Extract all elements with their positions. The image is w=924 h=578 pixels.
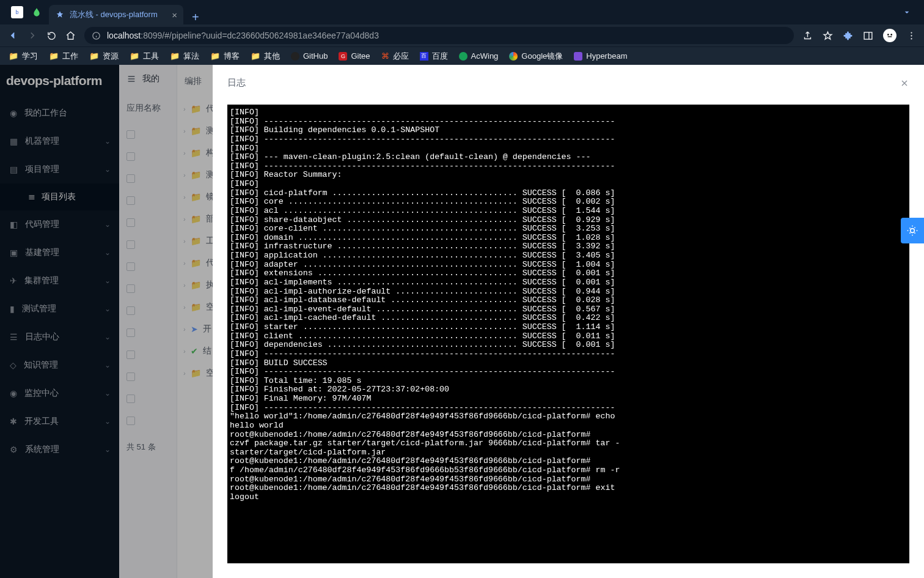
app-favicon: b [11, 6, 23, 18]
bookmark-link[interactable]: 百百度 [420, 51, 448, 62]
bookmark-link[interactable]: Google镜像 [509, 51, 563, 62]
bookmark-folder[interactable]: 📁算法 [170, 51, 199, 62]
settings-float-button[interactable] [901, 218, 924, 243]
new-tab-button[interactable]: + [183, 10, 208, 24]
bookmark-link[interactable]: GitHub [291, 51, 328, 61]
svg-point-6 [911, 35, 912, 36]
rocket-icon [55, 10, 65, 20]
home-button[interactable] [65, 31, 76, 41]
log-modal: 日志 [INFO] [INFO] -----------------------… [213, 65, 924, 578]
bookmark-folder[interactable]: 📁工具 [130, 51, 159, 62]
bookmarks-bar: 📁学习 📁工作 📁资源 📁工具 📁算法 📁博客 📁其他 GitHub GGite… [0, 46, 924, 65]
browser-tab[interactable]: 流水线 - devops-platform × [49, 5, 183, 24]
reload-button[interactable] [46, 31, 57, 41]
close-icon[interactable]: × [172, 10, 177, 20]
browser-titlebar: b 流水线 - devops-platform × + [0, 0, 924, 24]
svg-point-3 [887, 34, 889, 35]
tab-title: 流水线 - devops-platform [70, 9, 167, 20]
app-shell: devops-platform ◉ 我的工作台 ▦ 机器管理 ⌄▤ 项目管理 ⌄… [0, 65, 924, 578]
bookmark-icon[interactable] [823, 31, 833, 41]
share-icon[interactable] [802, 31, 813, 41]
log-terminal[interactable]: [INFO] [INFO] --------------------------… [227, 105, 909, 563]
url-path: /#/pipeline?uuid=dc23660d50624981ae346ee… [162, 31, 379, 40]
site-info-icon[interactable] [92, 31, 101, 40]
forward-button[interactable] [27, 30, 38, 41]
bookmark-folder[interactable]: 📁资源 [89, 51, 119, 62]
bookmark-folder[interactable]: 📁博客 [210, 51, 240, 62]
window-favicon [32, 7, 42, 17]
url-host: localhost [107, 31, 141, 40]
profile-avatar[interactable] [883, 29, 897, 42]
svg-point-4 [890, 34, 892, 35]
bookmark-link[interactable]: GGitee [339, 51, 370, 61]
extensions-icon[interactable] [843, 31, 853, 41]
close-button[interactable] [900, 78, 909, 88]
bookmark-folder[interactable]: 📁其他 [251, 51, 280, 62]
tabs-overflow-icon[interactable] [902, 7, 912, 17]
bookmark-link[interactable]: AcWing [459, 51, 499, 61]
address-bar[interactable]: localhost:8099/#/pipeline?uuid=dc23660d5… [84, 27, 794, 44]
bookmark-folder[interactable]: 📁工作 [49, 51, 78, 62]
svg-point-5 [911, 32, 912, 33]
back-button[interactable] [7, 30, 18, 41]
url-port: :8099 [141, 31, 162, 40]
panel-icon[interactable] [863, 31, 873, 41]
bookmark-link[interactable]: ⌘必应 [381, 51, 409, 62]
menu-icon[interactable] [906, 31, 917, 41]
modal-title: 日志 [227, 77, 246, 89]
svg-point-7 [911, 38, 912, 39]
bookmark-folder[interactable]: 📁学习 [9, 51, 38, 62]
bookmark-link[interactable]: Hyperbeam [574, 51, 627, 61]
svg-point-2 [885, 31, 895, 40]
svg-rect-1 [864, 32, 872, 39]
browser-toolbar: localhost:8099/#/pipeline?uuid=dc23660d5… [0, 24, 924, 46]
